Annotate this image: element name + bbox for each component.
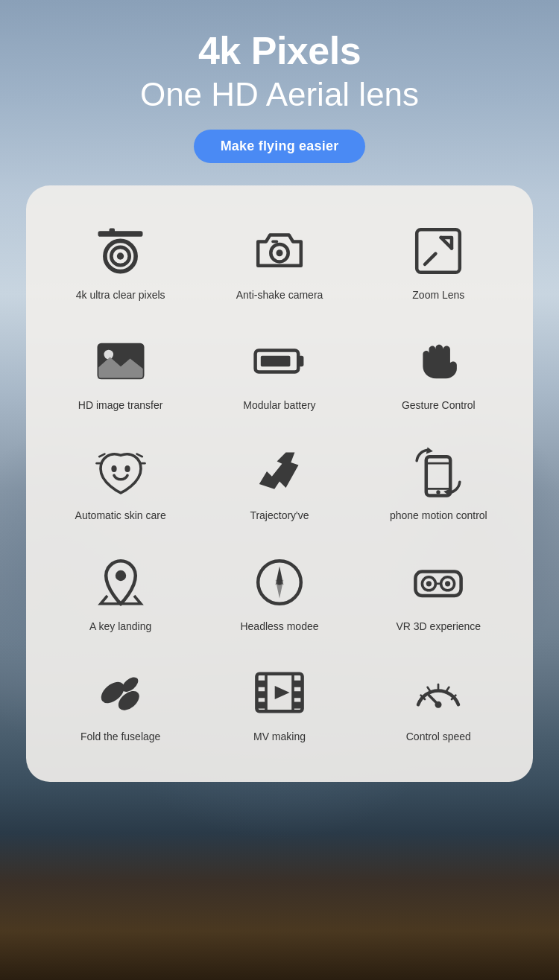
svg-point-12 xyxy=(104,350,113,360)
feature-item-trajectory: Trajectory've xyxy=(200,428,359,538)
feature-item-hd-transfer: HD image transfer xyxy=(41,318,200,428)
svg-line-52 xyxy=(446,687,449,691)
trajectory-icon xyxy=(250,442,309,501)
features-grid: 4k ultra clear pixels Anti-shake camera … xyxy=(41,208,518,760)
control-speed-label: Control speed xyxy=(406,730,471,743)
feature-item-modular-battery: Modular battery xyxy=(200,318,359,428)
svg-rect-16 xyxy=(261,356,291,366)
fold-fuselage-label: Fold the fuselage xyxy=(80,730,160,743)
trajectory-label: Trajectory've xyxy=(250,509,309,522)
svg-rect-7 xyxy=(271,241,278,244)
feature-item-phone-motion: phone motion control xyxy=(359,428,518,538)
svg-rect-47 xyxy=(293,701,303,708)
phone-motion-label: phone motion control xyxy=(390,509,487,522)
gesture-control-icon xyxy=(408,331,468,391)
feature-item-mv-making: MV making xyxy=(200,649,359,760)
hd-transfer-icon xyxy=(91,331,151,391)
modular-battery-icon xyxy=(250,331,309,391)
svg-rect-46 xyxy=(293,691,303,698)
svg-line-50 xyxy=(428,687,431,691)
svg-rect-15 xyxy=(298,356,303,366)
key-landing-icon xyxy=(91,553,151,612)
svg-rect-0 xyxy=(98,232,143,238)
sub-title: One HD Aerial lens xyxy=(140,75,419,115)
svg-rect-4 xyxy=(110,229,116,233)
feature-item-zoom-lens: Zoom Lens xyxy=(359,208,518,318)
svg-rect-43 xyxy=(256,691,266,698)
badge-button[interactable]: Make flying easier xyxy=(194,130,366,163)
main-title: 4k Pixels xyxy=(198,30,361,72)
feature-item-fold-fuselage: Fold the fuselage xyxy=(41,649,200,760)
feature-item-anti-shake: Anti-shake camera xyxy=(200,208,359,318)
vr-3d-icon xyxy=(408,553,468,612)
svg-point-17 xyxy=(111,465,116,472)
features-card: 4k ultra clear pixels Anti-shake camera … xyxy=(26,185,533,782)
svg-marker-48 xyxy=(275,686,290,699)
feature-item-gesture-control: Gesture Control xyxy=(359,318,518,428)
zoom-lens-label: Zoom Lens xyxy=(412,288,464,302)
vr-3d-label: VR 3D experience xyxy=(397,620,481,633)
svg-point-22 xyxy=(437,491,440,494)
hd-transfer-label: HD image transfer xyxy=(78,398,163,412)
skin-care-icon xyxy=(91,442,151,501)
gesture-control-label: Gesture Control xyxy=(402,398,476,412)
zoom-lens-icon xyxy=(408,221,468,281)
anti-shake-icon xyxy=(250,221,309,281)
page-content: 4k Pixels One HD Aerial lens Make flying… xyxy=(0,0,559,782)
svg-rect-44 xyxy=(256,701,266,708)
feature-item-control-speed: Control speed xyxy=(359,649,518,760)
svg-line-9 xyxy=(425,254,435,264)
4k-pixels-label: 4k ultra clear pixels xyxy=(76,288,165,302)
svg-point-6 xyxy=(276,249,282,256)
svg-point-35 xyxy=(445,581,450,586)
control-speed-icon xyxy=(408,663,468,722)
svg-point-55 xyxy=(435,701,442,707)
feature-item-4k-pixels: 4k ultra clear pixels xyxy=(41,208,200,318)
anti-shake-label: Anti-shake camera xyxy=(236,288,323,302)
mv-making-label: MV making xyxy=(253,730,306,743)
svg-point-3 xyxy=(117,253,124,260)
feature-item-key-landing: A key landing xyxy=(41,539,200,649)
svg-rect-45 xyxy=(293,681,303,687)
feature-item-headless-mode: Headless modee xyxy=(200,539,359,649)
key-landing-label: A key landing xyxy=(89,620,151,633)
svg-point-29 xyxy=(277,579,282,585)
phone-motion-icon xyxy=(408,442,468,501)
svg-point-34 xyxy=(426,581,432,586)
svg-marker-23 xyxy=(426,448,433,454)
headless-mode-icon xyxy=(250,553,309,612)
4k-pixels-icon xyxy=(91,221,151,281)
svg-rect-8 xyxy=(417,229,461,273)
modular-battery-label: Modular battery xyxy=(243,398,315,412)
headless-mode-label: Headless modee xyxy=(240,620,318,633)
feature-item-vr-3d: VR 3D experience xyxy=(359,539,518,649)
skin-care-label: Automatic skin care xyxy=(75,509,166,522)
svg-point-18 xyxy=(124,465,130,472)
mv-making-icon xyxy=(250,663,309,722)
svg-point-25 xyxy=(115,570,125,580)
svg-rect-42 xyxy=(256,681,266,687)
fold-fuselage-icon xyxy=(91,663,151,722)
feature-item-skin-care: Automatic skin care xyxy=(41,428,200,538)
